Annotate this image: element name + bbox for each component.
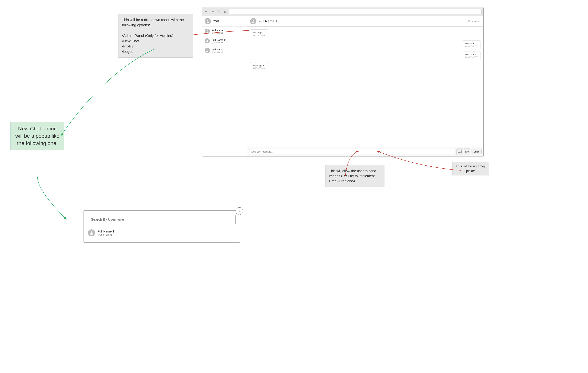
message-meta-4: 00:00 0/00/0000 <box>253 67 265 69</box>
chat-sidebar: You Full Name 1 @username1 <box>202 16 247 156</box>
svg-point-9 <box>252 21 254 23</box>
svg-point-7 <box>206 51 208 52</box>
svg-point-2 <box>207 31 208 31</box>
svg-point-11 <box>459 151 459 152</box>
svg-point-8 <box>252 20 254 21</box>
svg-point-1 <box>207 21 209 23</box>
address-bar[interactable] <box>229 9 482 14</box>
contact-list: Full Name 1 @username1 Full Name 2 @user… <box>202 27 247 156</box>
contact-info-2: Full Name 2 @username2 <box>211 38 226 43</box>
message-3: Message 3 00:00 0/00/0000 <box>463 51 481 60</box>
message-4: Message 4 00:00 0/00/0000 <box>250 62 268 71</box>
message-1: Message 1 00:00 0/00/0000 <box>250 29 268 38</box>
message-meta-2: 00:00 0/00/0000 <box>465 45 478 47</box>
message-text-2: Message 2 <box>465 42 478 45</box>
contact-item-1[interactable]: Full Name 1 @username1 <box>202 27 247 36</box>
dropdown-note-text: This will be a dropdown menu with the fo… <box>122 18 184 53</box>
contact-name-1: Full Name 1 <box>211 29 226 32</box>
new-chat-popup: X Full Name 1 @username1 <box>84 210 240 243</box>
contact-username-2: @username2 <box>211 41 226 43</box>
browser-window: ← → ↻ ⌂ You Full Name 1 @usern <box>202 7 484 156</box>
contact-username-1: @username1 <box>211 32 226 34</box>
browser-content: You Full Name 1 @username1 <box>202 16 483 156</box>
image-note: This will allow the user to send images … <box>325 165 384 187</box>
contact-avatar-1 <box>205 29 210 34</box>
svg-point-13 <box>466 151 466 151</box>
popup-user-item[interactable]: Full Name 1 @username1 <box>88 228 236 238</box>
contact-name-2: Full Name 2 <box>211 38 226 41</box>
message-input[interactable] <box>249 149 455 154</box>
message-input-row: Send <box>247 147 483 156</box>
popup-user-avatar <box>88 229 95 236</box>
svg-point-0 <box>207 20 208 21</box>
contact-info-3: Full Name 3 @username3 <box>211 48 226 53</box>
contact-item-3[interactable]: Full Name 3 @username3 <box>202 46 247 55</box>
emoji-note-text: This will be an emoji picker <box>456 164 485 173</box>
svg-point-16 <box>90 233 93 235</box>
contact-item-2[interactable]: Full Name 2 @username2 <box>202 36 247 46</box>
contact-name-3: Full Name 3 <box>211 48 226 51</box>
chat-header[interactable]: You <box>202 16 247 27</box>
new-chat-note-text: New Chat option will be a popup like the… <box>15 126 60 146</box>
chat-main: Full Name 1 @username1 Message 1 00:00 0… <box>247 16 483 156</box>
recipient-avatar <box>250 18 256 24</box>
contact-avatar-2 <box>205 38 210 43</box>
message-2: Message 2 00:00 0/00/0000 <box>463 40 481 49</box>
browser-toolbar: ← → ↻ ⌂ <box>202 7 483 16</box>
emoji-note: This will be an emoji picker <box>452 162 489 176</box>
svg-point-3 <box>206 32 208 33</box>
message-text-3: Message 3 <box>465 53 478 56</box>
home-button[interactable]: ⌂ <box>223 9 228 14</box>
dropdown-note: This will be a dropdown menu with the fo… <box>118 14 193 58</box>
message-text-4: Message 4 <box>253 64 265 67</box>
image-note-text: This will allow the user to send images … <box>329 169 376 183</box>
close-icon: X <box>238 209 241 213</box>
message-text-1: Message 1 <box>253 31 265 34</box>
popup-search-input[interactable] <box>88 215 236 224</box>
current-user-avatar <box>205 18 211 24</box>
contact-username-3: @username3 <box>211 51 226 53</box>
svg-point-5 <box>206 41 208 42</box>
contact-info-1: Full Name 1 @username1 <box>211 29 226 34</box>
message-meta-3: 00:00 0/00/0000 <box>465 56 478 58</box>
send-button[interactable]: Send <box>471 149 482 154</box>
chat-main-header: Full Name 1 @username1 <box>247 16 483 27</box>
image-upload-button[interactable] <box>456 148 463 155</box>
recipient-name: Full Name 1 <box>259 19 466 23</box>
new-chat-note: New Chat option will be a popup like the… <box>10 122 64 150</box>
recipient-username: @username1 <box>468 20 481 22</box>
svg-point-4 <box>207 40 208 41</box>
emoji-button[interactable] <box>464 148 470 155</box>
popup-user-name: Full Name 1 <box>97 230 114 233</box>
message-meta-1: 00:00 0/00/0000 <box>253 34 265 36</box>
popup-close-button[interactable]: X <box>236 207 243 215</box>
popup-user-info: Full Name 1 @username1 <box>97 230 114 236</box>
popup-user-username: @username1 <box>97 233 114 236</box>
svg-point-6 <box>207 50 208 51</box>
svg-point-14 <box>467 151 467 151</box>
current-user-label: You <box>213 19 219 23</box>
forward-button[interactable]: → <box>210 9 215 14</box>
svg-point-15 <box>91 231 92 233</box>
contact-avatar-3 <box>205 48 210 53</box>
back-button[interactable]: ← <box>204 9 209 14</box>
reload-button[interactable]: ↻ <box>216 9 221 14</box>
svg-point-12 <box>465 150 469 153</box>
messages-area: Message 1 00:00 0/00/0000 Message 2 00:0… <box>247 27 483 147</box>
